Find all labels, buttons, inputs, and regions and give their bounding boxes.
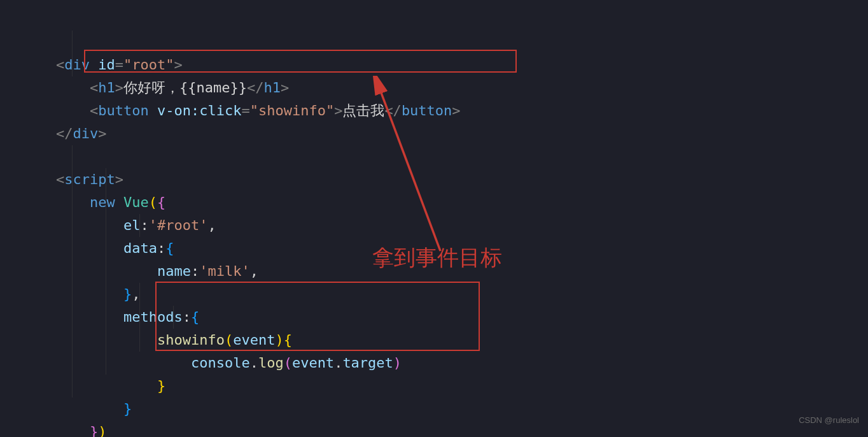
code-line[interactable]: showinfo(event){ [56, 329, 868, 352]
code-line[interactable]: console.log(event.target) [56, 352, 868, 375]
code-line[interactable]: }, [56, 283, 868, 306]
indent-guide [106, 168, 106, 375]
code-line[interactable]: new Vue({ [56, 191, 868, 214]
code-line[interactable]: <script> [56, 168, 868, 191]
code-line[interactable]: methods:{ [56, 306, 868, 329]
code-line[interactable] [56, 145, 868, 168]
code-line[interactable]: } [56, 398, 868, 420]
code-line[interactable]: </div> [56, 122, 868, 145]
code-editor[interactable]: <div id="root"> <h1>你好呀，{{name}}</h1> <b… [0, 0, 868, 437]
indent-guide [173, 306, 174, 329]
code-line[interactable]: <button v-on:click="showinfo">点击我</butto… [56, 99, 868, 122]
indent-guide [72, 145, 73, 398]
code-line[interactable]: <div id="root"> [56, 54, 868, 76]
code-line[interactable]: } [56, 375, 868, 398]
code-line[interactable]: }) [56, 420, 868, 437]
indent-guide [72, 31, 73, 76]
code-line[interactable]: <h1>你好呀，{{name}}</h1> [56, 76, 868, 99]
annotation-label: 拿到事件目标 [372, 246, 502, 269]
indent-guide [139, 283, 140, 352]
watermark: CSDN @ruleslol [799, 409, 859, 432]
indent-guide [139, 214, 140, 237]
code-line[interactable]: el:'#root', [56, 214, 868, 237]
